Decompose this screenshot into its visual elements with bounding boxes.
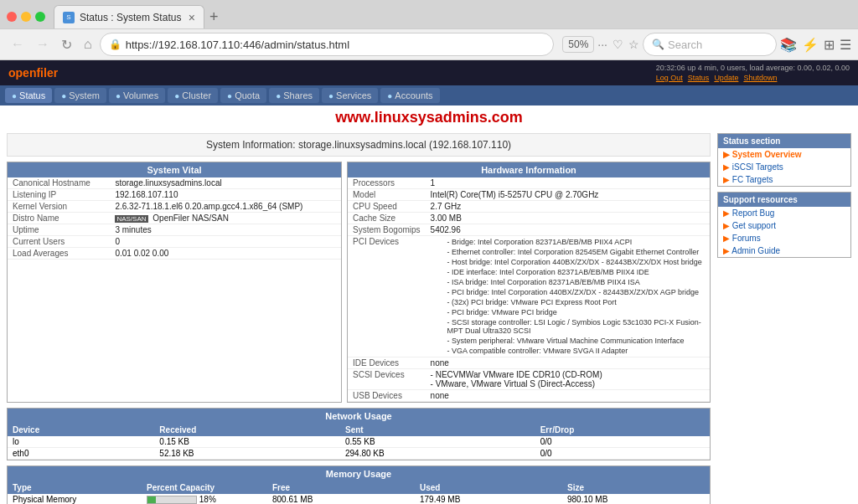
value-cache: 3.00 MB xyxy=(426,213,710,224)
tab-cluster-label: Cluster xyxy=(182,90,211,100)
tab-accounts[interactable]: ● Accounts xyxy=(380,88,439,103)
label-ide: IDE Devices xyxy=(348,357,426,369)
tab-volumes[interactable]: ● Volumes xyxy=(109,88,165,103)
value-load: 0.01 0.02 0.00 xyxy=(110,248,341,260)
label-kernel: Kernel Version xyxy=(8,201,110,213)
new-tab-button[interactable]: + xyxy=(209,8,219,26)
status-icon: ● xyxy=(12,91,17,100)
tab-quota-label: Quota xyxy=(235,90,260,100)
bullet-icon: ▶ xyxy=(723,175,730,184)
table-row: Listening IP 192.168.107.110 xyxy=(8,189,341,201)
value-ide: none xyxy=(426,357,710,369)
tab-system-label: System xyxy=(69,90,100,100)
sidebar-item-iscsi-targets[interactable]: ▶ iSCSI Targets xyxy=(718,161,850,173)
table-row: Uptime 3 minutes xyxy=(8,224,341,236)
logout-link[interactable]: Log Out xyxy=(656,74,683,82)
lock-icon: 🔒 xyxy=(109,39,121,50)
browser-chrome: S Status : System Status × + ← → ↻ ⌂ 🔒 h… xyxy=(0,0,858,60)
more-icon[interactable]: ··· xyxy=(597,38,607,51)
menu-icon[interactable]: ☰ xyxy=(840,37,851,53)
home-button[interactable]: ⌂ xyxy=(80,35,96,54)
tab-grid-icon[interactable]: ⊞ xyxy=(824,37,835,53)
mem-type: Physical Memory xyxy=(8,494,142,504)
table-row: IDE Devices none xyxy=(348,357,710,369)
net-device: eth0 xyxy=(8,448,154,460)
maximize-button[interactable] xyxy=(35,12,45,22)
label-load: Load Averages xyxy=(8,248,110,260)
list-item: (32x) PCI bridge: VMware PCI Express Roo… xyxy=(447,297,705,307)
list-item: PCI bridge: VMware PCI bridge xyxy=(447,307,705,317)
forward-button[interactable]: → xyxy=(32,35,54,54)
update-link[interactable]: Update xyxy=(714,74,738,82)
table-row: System Bogomips 5402.96 xyxy=(348,224,710,236)
memory-usage-box: Memory Usage Type Percent Capacity Free … xyxy=(7,465,711,504)
shutdown-link[interactable]: Shutdown xyxy=(743,74,777,82)
sidebar-item-forums[interactable]: ▶ Forums xyxy=(718,232,850,244)
minimize-button[interactable] xyxy=(21,12,31,22)
volumes-icon: ● xyxy=(116,91,121,100)
value-scsi: - NECVMWar VMware IDE CDR10 (CD-ROM) - V… xyxy=(426,369,710,390)
close-button[interactable] xyxy=(7,12,17,22)
system-icon: ● xyxy=(61,91,66,100)
tab-close-icon[interactable]: × xyxy=(189,11,195,24)
sidebar-item-fc-targets[interactable]: ▶ FC Targets xyxy=(718,173,850,186)
flash-icon[interactable]: ⚡ xyxy=(802,37,819,53)
percent-label: 18% xyxy=(199,495,216,504)
col-size: Size xyxy=(562,481,710,494)
sidebar-item-report-bug[interactable]: ▶ Report Bug xyxy=(718,207,850,219)
sidebar-support-header: Support resources xyxy=(718,193,850,207)
search-bar[interactable]: 🔍 Search xyxy=(643,33,777,56)
tab-shares[interactable]: ● Shares xyxy=(269,88,319,103)
sidebar-item-system-overview[interactable]: ▶ System Overview xyxy=(718,148,850,161)
page-title: System Information: storage.linuxsysadmi… xyxy=(7,133,711,157)
list-item: IDE interface: Intel Corporation 82371AB… xyxy=(447,267,705,277)
tab-cluster[interactable]: ● Cluster xyxy=(168,88,218,103)
table-row: CPU Speed 2.7 GHz xyxy=(348,201,710,213)
traffic-lights xyxy=(7,12,45,22)
status-link[interactable]: Status xyxy=(688,74,710,82)
tab-system[interactable]: ● System xyxy=(54,88,106,103)
tab-volumes-label: Volumes xyxy=(123,90,158,100)
value-usb: none xyxy=(426,390,710,402)
label-pci: PCI Devices xyxy=(348,236,426,357)
tab-status[interactable]: ● Status xyxy=(5,88,52,103)
memory-table: Type Percent Capacity Free Used Size Phy… xyxy=(8,481,710,504)
table-row: Physical Memory 18% 800.61 MB 179.49 MB … xyxy=(8,494,710,504)
value-ip: 192.168.107.110 xyxy=(110,189,341,201)
table-row: SCSI Devices - NECVMWar VMware IDE CDR10… xyxy=(348,369,710,390)
tab-status-label: Status xyxy=(19,90,45,100)
sidebar-item-admin-guide[interactable]: ▶ Admin Guide xyxy=(718,244,850,257)
header-status: 20:32:06 up 4 min, 0 users, load average… xyxy=(656,64,850,72)
table-header-row: Device Received Sent Err/Drop xyxy=(8,424,710,436)
list-item: SCSI storage controller: LSI Logic / Sym… xyxy=(447,317,705,336)
col-errdrop: Err/Drop xyxy=(535,424,710,436)
bookmarks-icon[interactable]: 📚 xyxy=(780,37,797,53)
label-hostname: Canonical Hostname xyxy=(8,177,110,189)
bullet-icon: ▶ xyxy=(723,234,730,243)
value-kernel: 2.6.32-71.18.1.el6 0.20.amp.gcc4.1.x86_6… xyxy=(110,201,341,213)
star-icon[interactable]: ☆ xyxy=(628,38,639,51)
back-button[interactable]: ← xyxy=(7,35,28,54)
label-processors: Processors xyxy=(348,177,426,189)
url-bar[interactable]: 🔒 https://192.168.107.110:446/admin/stat… xyxy=(100,33,555,56)
openfiler-logo: openfiler xyxy=(8,66,58,80)
bookmark-icon[interactable]: ♡ xyxy=(612,38,623,51)
search-icon: 🔍 xyxy=(652,39,664,50)
shares-icon: ● xyxy=(276,91,281,100)
browser-tab[interactable]: S Status : System Status × xyxy=(54,5,204,28)
tab-services[interactable]: ● Services xyxy=(322,88,378,103)
toolbar-actions: 📚 ⚡ ⊞ ☰ xyxy=(780,37,851,53)
table-header-row: Type Percent Capacity Free Used Size xyxy=(8,481,710,494)
net-errdrop: 0/0 xyxy=(535,448,710,460)
table-row: USB Devices none xyxy=(348,390,710,402)
network-usage-box: Network Usage Device Received Sent Err/D… xyxy=(7,408,711,460)
tab-quota[interactable]: ● Quota xyxy=(220,88,266,103)
refresh-button[interactable]: ↻ xyxy=(57,35,76,54)
value-bogomips: 5402.96 xyxy=(426,224,710,236)
label-cache: Cache Size xyxy=(348,213,426,224)
sidebar-item-get-support[interactable]: ▶ Get support xyxy=(718,219,850,232)
hardware-info-box: Hardware Information Processors 1 Model … xyxy=(347,162,711,403)
value-uptime: 3 minutes xyxy=(110,224,341,236)
value-hostname: storage.linuxsysadmins.local xyxy=(110,177,341,189)
col-used: Used xyxy=(415,481,562,494)
